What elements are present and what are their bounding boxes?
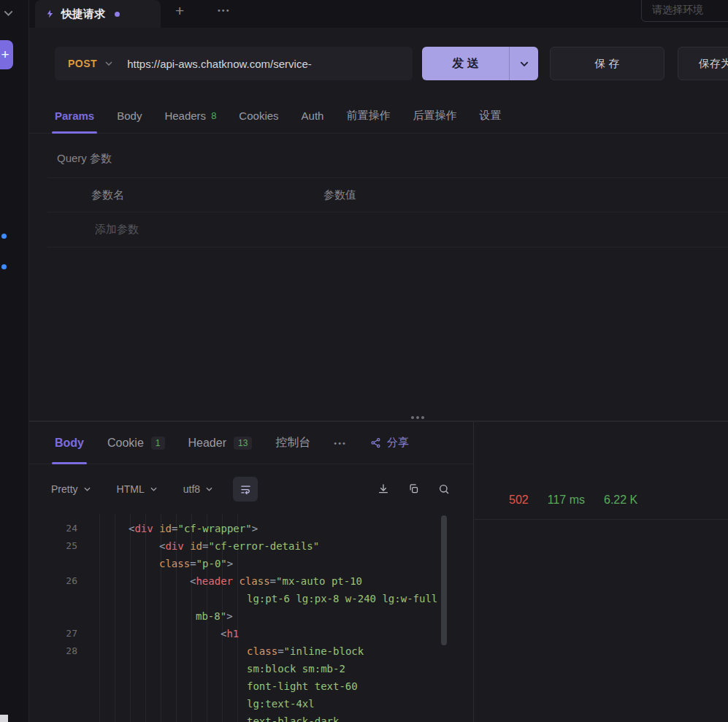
language-select[interactable]: HTML (117, 483, 157, 495)
cookie-count-badge: 1 (151, 437, 165, 450)
line-number (29, 713, 98, 722)
status-code: 502 (509, 494, 529, 507)
search-icon[interactable] (438, 483, 450, 495)
response-toolbar: Pretty HTML utf8 (29, 464, 473, 514)
line-number: 25 (29, 537, 98, 555)
url-input[interactable] (127, 58, 413, 70)
save-button[interactable]: 保 存 (550, 47, 664, 80)
tab-headers[interactable]: Headers8 (164, 99, 216, 133)
response-pane: Body Cookie1 Header13 控制台 ••• 分享 Pretty (29, 422, 728, 722)
response-size: 6.22 K (604, 494, 637, 507)
add-param-row[interactable]: 添加参数 (47, 212, 728, 247)
tab-response-console[interactable]: 控制台 (275, 422, 310, 464)
code-line: lg:text-4xl (29, 695, 473, 713)
response-tabs-more-button[interactable]: ••• (334, 439, 347, 448)
tab-title: 快捷请求 (61, 7, 105, 21)
response-action-icons (378, 483, 473, 495)
params-table: 参数名 参数值 添加参数 (47, 177, 728, 247)
response-body-panel: Body Cookie1 Header13 控制台 ••• 分享 Pretty (29, 422, 473, 722)
tab-auth[interactable]: Auth (302, 99, 324, 133)
main-pane: POST 发 送 保 存 保存为 Params B (29, 28, 728, 722)
sidebar-add-button[interactable]: + (0, 40, 13, 69)
send-label: 发 送 (422, 47, 509, 80)
share-button[interactable]: 分享 (370, 436, 409, 450)
code-line: 28class="inline-block (29, 642, 473, 660)
scrollbar-thumb[interactable] (441, 515, 447, 645)
encoding-select[interactable]: utf8 (183, 483, 212, 495)
share-label: 分享 (387, 436, 409, 450)
line-number: 26 (29, 572, 98, 590)
line-number: 28 (29, 642, 98, 660)
tab-label: 前置操作 (346, 109, 390, 123)
chevron-down-icon (520, 61, 529, 66)
notification-dot-icon (1, 234, 7, 239)
copy-icon[interactable] (408, 483, 419, 495)
unsaved-dot-icon (115, 12, 120, 17)
line-number (29, 555, 98, 572)
send-options-button[interactable] (509, 47, 538, 80)
tab-post-actions[interactable]: 后置操作 (413, 99, 456, 133)
notification-dot-icon (1, 264, 7, 269)
splitter-handle-icon[interactable] (411, 416, 414, 419)
left-sidebar: + (0, 0, 29, 722)
column-param-value: 参数值 (323, 188, 356, 202)
download-icon[interactable] (378, 483, 389, 495)
code-line: sm:block sm:mb-2 (29, 660, 473, 677)
url-bar: POST (55, 47, 413, 80)
response-body-code[interactable]: 24<div id="cf-wrapper">25<div id="cf-err… (29, 514, 473, 722)
tab-label: Header (188, 437, 226, 450)
params-table-header: 参数名 参数值 (47, 177, 728, 212)
method-select[interactable]: POST (55, 58, 127, 69)
response-time: 117 ms (548, 494, 585, 507)
tab-more-button[interactable]: ••• (218, 6, 231, 15)
language-value: HTML (117, 483, 145, 495)
code-line: font-light text-60 (29, 677, 473, 695)
collapse-chevron-icon[interactable] (4, 6, 13, 19)
request-tab[interactable]: 快捷请求 (35, 0, 161, 28)
line-number (29, 590, 98, 607)
environment-select[interactable] (641, 0, 728, 22)
encoding-value: utf8 (183, 483, 200, 495)
code-line: mb-8"> (29, 607, 473, 625)
line-number (29, 607, 98, 625)
tab-pre-actions[interactable]: 前置操作 (346, 99, 390, 133)
format-select[interactable]: Pretty (51, 483, 91, 495)
tab-settings[interactable]: 设置 (479, 99, 501, 133)
chevron-down-icon (84, 487, 91, 491)
tab-label: Headers (164, 110, 206, 122)
tab-label: 控制台 (275, 435, 310, 450)
line-number (29, 677, 98, 695)
tab-cookies[interactable]: Cookies (239, 99, 278, 133)
code-scrollbar[interactable] (441, 515, 447, 722)
share-icon (370, 437, 381, 448)
request-tabs: Params Body Headers8 Cookies Auth 前置操作 后… (29, 99, 728, 134)
code-line: lg:pt-6 lg:px-8 w-240 lg:w-full (29, 590, 473, 607)
add-param-placeholder: 添加参数 (95, 223, 139, 237)
tab-body[interactable]: Body (117, 99, 142, 133)
request-bar: POST 发 送 保 存 保存为 (55, 47, 728, 80)
header-count-badge: 13 (234, 437, 252, 450)
tab-response-body[interactable]: Body (55, 422, 84, 464)
code-line: text-black-dark (29, 713, 473, 722)
tab-params[interactable]: Params (55, 99, 94, 133)
line-number (29, 660, 98, 677)
line-number: 24 (29, 520, 98, 537)
bolt-icon (45, 8, 55, 20)
response-status-bar: 502 117 ms 6.22 K (474, 480, 728, 520)
send-button[interactable]: 发 送 (422, 47, 538, 80)
tab-response-header[interactable]: Header13 (188, 422, 253, 464)
tab-label: Body (55, 437, 84, 450)
tab-label: 设置 (479, 109, 501, 123)
word-wrap-button[interactable] (233, 477, 258, 502)
query-params-title: Query 参数 (57, 152, 112, 166)
app-window: + 快捷请求 + ••• POST (0, 0, 728, 722)
save-as-button[interactable]: 保存为 (678, 47, 728, 80)
code-line: class="p-0"> (29, 555, 473, 572)
tab-response-cookie[interactable]: Cookie1 (107, 422, 165, 464)
response-meta-panel: 502 117 ms 6.22 K (473, 422, 728, 722)
code-line: 26<header class="mx-auto pt-10 (29, 572, 473, 590)
new-tab-button[interactable]: + (175, 2, 184, 20)
response-tabs: Body Cookie1 Header13 控制台 ••• 分享 (29, 422, 473, 464)
tab-label: Params (55, 110, 94, 122)
tab-label: 后置操作 (413, 109, 456, 123)
